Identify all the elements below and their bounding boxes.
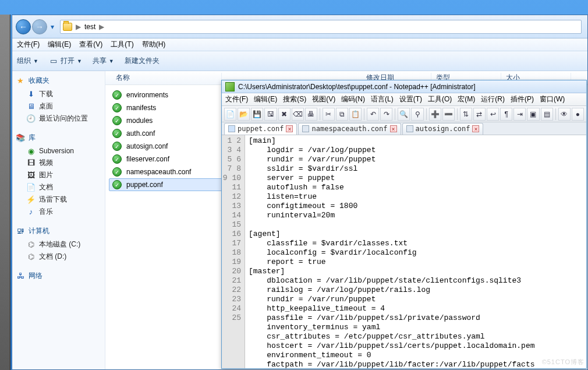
- explorer-toolbar: 组织 ▼ ▭ 打开 ▼ 共享 ▼ 新建文件夹: [12, 51, 587, 71]
- sidebar-item-documents[interactable]: 📄文档: [16, 181, 101, 193]
- redo-icon[interactable]: ↷: [380, 108, 392, 121]
- file-tab-icon: [302, 125, 309, 132]
- save-all-icon[interactable]: 🖫: [264, 108, 277, 121]
- desktop-icon: 🖥: [26, 102, 36, 111]
- zoom-out-icon[interactable]: ➖: [442, 108, 455, 121]
- folder-icon: [63, 23, 72, 31]
- toolbar-separator: [457, 108, 458, 120]
- npp-menu-item[interactable]: 语言(L): [371, 94, 394, 104]
- file-tab-icon: [406, 125, 413, 132]
- music-icon: ♪: [26, 207, 36, 217]
- drive-icon: ⌬: [26, 252, 36, 262]
- editor-tab[interactable]: puppet.conf×: [224, 123, 297, 135]
- all-chars-icon[interactable]: ¶: [500, 108, 512, 121]
- fold-icon[interactable]: ▣: [527, 108, 539, 121]
- npp-menu-item[interactable]: 设置(T): [399, 94, 422, 104]
- explorer-sidebar: ★ 收藏夹 ⬇下载 🖥桌面 🕘最近访问的位置 📚 库 ◉Subversion 🎞…: [12, 71, 105, 369]
- sidebar-item-music[interactable]: ♪音乐: [16, 206, 101, 218]
- npp-editor: 1 2 3 4 5 6 7 8 9 10 11 12 13 14 15 16 1…: [222, 135, 586, 368]
- npp-menu-item[interactable]: 搜索(S): [283, 94, 306, 104]
- undo-icon[interactable]: ↶: [367, 108, 379, 121]
- zoom-in-icon[interactable]: ➕: [429, 108, 441, 121]
- indent-icon[interactable]: ⇥: [513, 108, 526, 121]
- code-area[interactable]: [main] logdir = /var/log/puppet rundir =…: [245, 135, 586, 368]
- cut-icon[interactable]: ✂: [323, 108, 335, 121]
- menu-tools[interactable]: 工具(T): [111, 40, 133, 50]
- npp-menu-bar: 文件(F)编辑(E)搜索(S)视图(V)编码(N)语言(L)设置(T)工具(O)…: [222, 93, 586, 106]
- tab-close-icon[interactable]: ×: [286, 125, 293, 132]
- npp-menu-item[interactable]: 宏(M): [458, 94, 475, 104]
- file-name: puppet.conf: [126, 181, 163, 189]
- file-svn-icon: ✓: [112, 154, 122, 164]
- tab-close-icon[interactable]: ×: [472, 125, 479, 132]
- new-icon[interactable]: 📄: [224, 108, 236, 121]
- editor-tab[interactable]: namespaceauth.conf×: [298, 123, 401, 135]
- nav-history-dropdown[interactable]: ▾: [48, 19, 56, 34]
- sidebar-item-desktop[interactable]: 🖥桌面: [16, 100, 101, 112]
- sidebar-item-thunder[interactable]: ⚡迅雷下载: [16, 193, 101, 206]
- wrap-icon[interactable]: ↩: [487, 108, 499, 121]
- sidebar-item-downloads[interactable]: ⬇下载: [16, 88, 101, 100]
- print-icon[interactable]: 🖶: [305, 108, 317, 121]
- editor-tab-label: puppet.conf: [238, 125, 284, 133]
- paste-icon[interactable]: 📋: [349, 108, 362, 121]
- npp-menu-item[interactable]: 窗口(W): [540, 94, 565, 104]
- sync-v-icon[interactable]: ⇅: [460, 108, 472, 121]
- sidebar-item-disk-d[interactable]: ⌬文档 (D:): [16, 251, 101, 263]
- npp-menu-item[interactable]: 运行(R): [481, 94, 505, 104]
- sidebar-favorites-header[interactable]: ★ 收藏夹: [16, 76, 101, 86]
- sidebar-item-videos[interactable]: 🎞视频: [16, 157, 101, 169]
- toolbar-newfolder-label: 新建文件夹: [125, 56, 160, 66]
- nav-forward-button[interactable]: →: [32, 19, 47, 34]
- npp-toolbar: 📄📂💾🖫✖⌫🖶✂⧉📋↶↷🔍⚲➕➖⇅⇄↩¶⇥▣▤👁●: [222, 106, 586, 122]
- chevron-right-icon: ▶: [76, 23, 81, 31]
- find-icon[interactable]: 🔍: [398, 108, 410, 121]
- file-tab-icon: [228, 125, 235, 132]
- npp-menu-item[interactable]: 编辑(E): [254, 94, 277, 104]
- sidebar-item-pictures[interactable]: 🖼图片: [16, 169, 101, 181]
- npp-menu-item[interactable]: 编码(N): [341, 94, 365, 104]
- sync-h-icon[interactable]: ⇄: [473, 108, 486, 121]
- nav-back-button[interactable]: ←: [16, 19, 31, 34]
- explorer-nav-bar: ← → ▾ ▶ test ▶: [12, 15, 587, 38]
- menu-help[interactable]: 帮助(H): [142, 40, 166, 50]
- npp-menu-item[interactable]: 视图(V): [312, 94, 335, 104]
- sidebar-item-subversion[interactable]: ◉Subversion: [16, 145, 101, 157]
- chevron-down-icon: ▼: [109, 58, 114, 64]
- editor-tab[interactable]: autosign.conf×: [402, 123, 484, 135]
- copy-icon[interactable]: ⧉: [336, 108, 348, 121]
- sidebar-libraries-header[interactable]: 📚 库: [16, 133, 101, 143]
- menu-view[interactable]: 查看(V): [79, 40, 102, 50]
- breadcrumb-segment[interactable]: test: [84, 23, 95, 31]
- save-icon[interactable]: 💾: [251, 108, 263, 121]
- menu-edit[interactable]: 编辑(E): [48, 40, 71, 50]
- file-name: fileserver.conf: [126, 155, 169, 163]
- tab-close-icon[interactable]: ×: [390, 125, 397, 132]
- npp-menu-item[interactable]: 文件(F): [225, 94, 248, 104]
- toolbar-share[interactable]: 共享 ▼: [93, 56, 114, 66]
- col-name[interactable]: 名称: [111, 73, 222, 83]
- close-all-icon[interactable]: ⌫: [292, 108, 304, 121]
- hide-lines-icon[interactable]: 👁: [558, 108, 571, 121]
- notepadpp-window: C:\Users\Administrator\Desktop\test\pupp…: [221, 80, 587, 369]
- folder-svn-icon: ✓: [112, 103, 122, 112]
- sidebar-computer-header[interactable]: 🖳 计算机: [16, 226, 101, 236]
- address-bar[interactable]: ▶ test ▶: [60, 20, 582, 34]
- open-icon[interactable]: 📂: [238, 108, 250, 121]
- close-icon[interactable]: ✖: [278, 108, 291, 121]
- toolbar-new-folder[interactable]: 新建文件夹: [125, 56, 160, 66]
- npp-menu-item[interactable]: 插件(P): [511, 94, 534, 104]
- toolbar-open[interactable]: ▭ 打开 ▼: [49, 56, 82, 66]
- file-name: auth.conf: [126, 129, 155, 138]
- unfold-icon[interactable]: ▤: [541, 108, 553, 121]
- npp-title-bar[interactable]: C:\Users\Administrator\Desktop\test\pupp…: [222, 80, 586, 93]
- macro-record-icon[interactable]: ●: [572, 108, 584, 121]
- toolbar-organize[interactable]: 组织 ▼: [17, 56, 38, 66]
- npp-menu-item[interactable]: 工具(O): [428, 94, 452, 104]
- replace-icon[interactable]: ⚲: [411, 108, 423, 121]
- library-icon: 📚: [16, 133, 25, 143]
- sidebar-item-recent[interactable]: 🕘最近访问的位置: [16, 112, 101, 125]
- sidebar-network-header[interactable]: 🖧 网络: [16, 271, 101, 281]
- menu-file[interactable]: 文件(F): [17, 40, 40, 50]
- sidebar-item-disk-c[interactable]: ⌬本地磁盘 (C:): [16, 238, 101, 251]
